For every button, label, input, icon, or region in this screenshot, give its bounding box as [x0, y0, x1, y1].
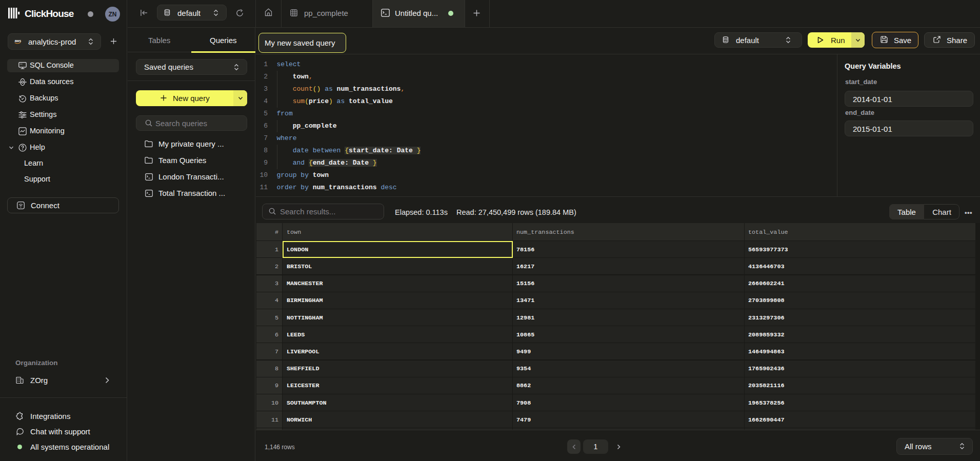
svg-text:aws: aws — [15, 39, 22, 43]
